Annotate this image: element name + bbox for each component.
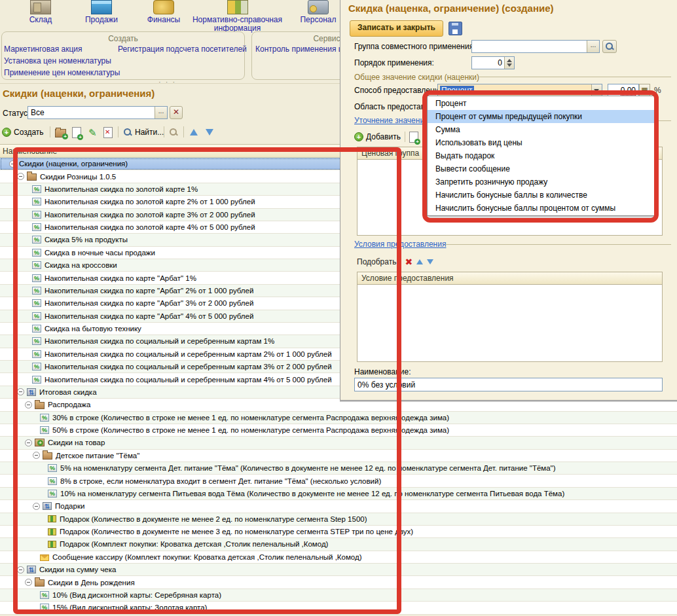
tree-row[interactable]: % 50% в строке (Количество в строке не м…	[0, 424, 677, 437]
tree-row[interactable]: % 8% в строке, если номенклатура входит …	[0, 475, 677, 487]
menu-item-5[interactable]: Выдать подарок	[428, 149, 654, 162]
row-type-icon: %	[32, 287, 41, 295]
status-combo[interactable]: Все ...	[27, 106, 168, 119]
amount-input[interactable]: 0,00	[608, 84, 639, 97]
tree-row[interactable]: Подарок (Количество в документе не менее…	[0, 526, 677, 538]
collapse-icon[interactable]	[25, 579, 32, 586]
link-apply-prices[interactable]: Применение цен номенклатуры	[4, 68, 120, 77]
row-type-icon: %	[48, 477, 57, 485]
condition-table-header[interactable]: Условие предоставления	[357, 272, 663, 285]
move-up-button[interactable]	[190, 126, 198, 139]
collapse-icon[interactable]	[9, 160, 16, 168]
collapse-icon[interactable]	[17, 173, 24, 180]
row-type-icon: %	[32, 261, 41, 269]
link-visitor-count[interactable]: Регистрация подсчета посетителей	[118, 45, 247, 54]
name-field-input[interactable]: 0% без условий	[354, 378, 663, 391]
menu-item-1[interactable]: Процент	[428, 97, 654, 110]
add-button[interactable]: + Добавить	[354, 130, 401, 143]
menu-item-3[interactable]: Сумма	[428, 123, 654, 136]
up-arrow-icon[interactable]	[416, 259, 423, 264]
tab-1[interactable]: Склад	[13, 0, 68, 24]
group-field-input[interactable]: ...	[471, 40, 600, 53]
menu-item-9[interactable]: Начислить бонусные баллы процентом от су…	[428, 202, 654, 215]
cancel-search-icon	[169, 128, 178, 137]
tree-row[interactable]: Сообщение кассиру (Комплект покупки: Кро…	[0, 551, 677, 564]
save-and-close-button[interactable]: Записать и закрыть	[350, 20, 443, 37]
row-label: Накопительная скидка по социальный и сер…	[45, 376, 332, 384]
method-combo[interactable]: Процент	[437, 84, 602, 97]
row-label: Накопительная скидка по золотой карте 3%…	[45, 211, 255, 219]
link-marketing-action[interactable]: Маркетинговая акция	[4, 45, 82, 54]
status-choose-button[interactable]: ...	[155, 107, 167, 118]
tab-4[interactable]: Нормативно-справочная информация	[187, 0, 288, 33]
edit-button[interactable]: ✎	[88, 126, 97, 139]
new-group-button[interactable]	[55, 126, 66, 139]
copy-button[interactable]	[72, 126, 81, 139]
group-field-label: Группа совместного применения:	[354, 42, 476, 51]
tree-row[interactable]: % 10% (Вид дисконтной карты: Серебряная …	[0, 589, 677, 602]
group-choose-button[interactable]: ...	[587, 41, 599, 52]
delete-condition-icon[interactable]: ✖	[405, 257, 412, 266]
tab-2[interactable]: Продажи	[72, 0, 131, 24]
row-label: Накопительная скидка по карте "Арбат" 1%	[45, 274, 196, 282]
condition-table-body[interactable]	[357, 285, 663, 362]
tree-row[interactable]: Подарок (Количество в документе не менее…	[0, 513, 677, 526]
order-field-input[interactable]: 0	[471, 56, 515, 69]
menu-item-4[interactable]: Использовать вид цены	[428, 136, 654, 149]
toolbar-separator	[400, 257, 401, 267]
tree-row[interactable]: Скидки в День рождения	[0, 576, 677, 589]
tree-row[interactable]: Детское питание "Тёма"	[0, 450, 677, 462]
row-type-icon	[27, 173, 37, 181]
collapse-icon[interactable]	[33, 452, 40, 459]
down-arrow-icon[interactable]	[427, 259, 433, 264]
link-price-control[interactable]: Контроль применения цен	[255, 45, 352, 54]
tree-row[interactable]: % 5% на номенклатуру сегмента Дет. питан…	[0, 462, 677, 475]
new-folder-icon	[55, 129, 66, 137]
collapse-icon[interactable]	[17, 388, 24, 395]
tree-row[interactable]: % 30% в строке (Количество в строке не м…	[0, 412, 677, 424]
save-icon[interactable]	[448, 22, 462, 35]
order-spinner[interactable]	[504, 57, 514, 69]
row-type-icon: %	[32, 236, 41, 244]
pick-button[interactable]: Подобрать	[357, 257, 396, 266]
order-field-label: Порядок применения:	[354, 58, 434, 67]
menu-item-2[interactable]: Процент от суммы предыдущей покупки	[428, 110, 654, 123]
collapse-icon[interactable]	[17, 566, 24, 573]
conditions-section-link[interactable]: Условия предоставления	[354, 240, 446, 249]
link-set-prices[interactable]: Установка цен номенклатуры	[4, 56, 111, 65]
collapse-icon[interactable]	[25, 401, 32, 408]
copy-row-icon[interactable]	[409, 132, 418, 143]
row-label: 10% (Вид дисконтной карты: Серебряная ка…	[52, 591, 221, 599]
menu-item-7[interactable]: Запретить розничную продажу	[428, 175, 654, 189]
menu-item-6[interactable]: Вывести сообщение	[428, 162, 654, 175]
tree-row[interactable]: Подарок (Комплект покупки: Кроватка детс…	[0, 538, 677, 551]
collapse-icon[interactable]	[33, 503, 40, 510]
group-search-button[interactable]	[602, 40, 617, 53]
tree-row[interactable]: % 10% на номенклатуру сегмента Питьевая …	[0, 488, 677, 500]
menu-item-8[interactable]: Начислить бонусные баллы в количестве	[428, 189, 654, 202]
toolbar-separator	[183, 126, 184, 137]
row-type-icon: %	[40, 591, 49, 599]
move-down-button[interactable]	[206, 126, 213, 139]
row-label: Накопительная скидка по карте "Арбат" 2%…	[45, 287, 253, 295]
tree-row[interactable]: ⇅ Подарки	[0, 500, 677, 513]
chevron-down-icon[interactable]	[591, 84, 602, 96]
tree-row[interactable]: % 15% (Вид дисконтной карты: Золотая кар…	[0, 602, 677, 614]
row-type-icon: %	[32, 249, 41, 257]
calculator-button[interactable]: ▦	[639, 84, 650, 97]
delete-button[interactable]	[103, 126, 113, 139]
ribbon-splitter[interactable]: · · ·	[158, 78, 176, 86]
find-button[interactable]: Найти...	[123, 126, 164, 139]
tree-row[interactable]: Распродажа	[0, 399, 677, 411]
status-clear-button[interactable]: ✕	[170, 106, 183, 119]
row-label: Скидка в ночные часы продажи	[45, 249, 155, 257]
collapse-icon[interactable]	[25, 439, 32, 446]
sales-icon	[91, 0, 112, 14]
cancel-search-button[interactable]	[169, 126, 178, 139]
tree-row[interactable]: ⇅ Скидки на сумму чека	[0, 564, 677, 576]
tab-3[interactable]: Финансы	[134, 0, 193, 24]
tree-row[interactable]: Скидки на товар	[0, 437, 677, 449]
status-filter-row: Статус: Все ... ✕	[0, 106, 340, 120]
create-button[interactable]: + Создать	[2, 126, 44, 139]
row-label: Скидка на бытовую технику	[45, 325, 141, 333]
